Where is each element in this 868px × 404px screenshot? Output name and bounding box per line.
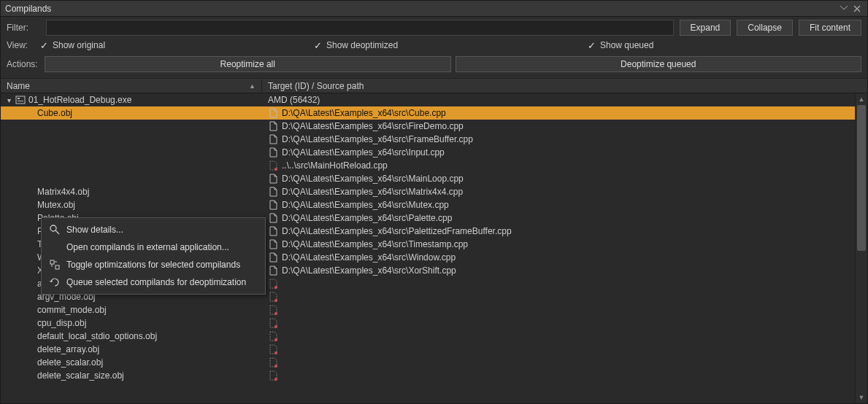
missing-file-icon (268, 344, 278, 354)
source-file-icon (268, 108, 278, 118)
missing-file-icon (268, 331, 278, 341)
table-row[interactable]: delete_array.obj (1, 343, 867, 356)
collapse-button[interactable]: Collapse (737, 20, 793, 36)
table-row[interactable]: delete_scalar_size.obj (1, 369, 867, 382)
blank-icon (49, 241, 61, 253)
scroll-down-icon[interactable]: ▼ (856, 392, 867, 403)
filter-input[interactable] (46, 20, 674, 36)
source-file-icon (268, 213, 278, 223)
table-row[interactable]: D:\QA\Latest\Examples_x64\src\FireDemo.c… (1, 120, 867, 133)
table-row[interactable]: ..\..\src\MainHotReload.cpp (1, 159, 867, 172)
grid-header: Name ▲ Target (ID) / Source path (1, 79, 867, 93)
grid-body[interactable]: ▾ 01_HotReload_Debug.exe AMD (56432) Cub… (1, 93, 867, 403)
source-file-icon (268, 174, 278, 184)
table-row[interactable]: D:\QA\Latest\Examples_x64\src\MainLoop.c… (1, 172, 867, 185)
tree-root-row[interactable]: ▾ 01_HotReload_Debug.exe AMD (56432) (1, 93, 867, 106)
source-file-icon (268, 187, 278, 197)
ctx-show-details[interactable]: Show details... (42, 221, 265, 238)
svg-point-9 (274, 351, 277, 354)
queue-icon (49, 276, 61, 288)
table-row[interactable]: Cube.objD:\QA\Latest\Examples_x64\src\Cu… (1, 106, 867, 120)
missing-file-icon (268, 370, 278, 381)
source-file-icon (268, 200, 278, 210)
exe-icon (15, 95, 26, 105)
missing-file-icon (268, 318, 278, 328)
table-row[interactable]: D:\QA\Latest\Examples_x64\src\Input.cpp (1, 146, 867, 159)
scroll-thumb[interactable] (857, 105, 866, 251)
svg-point-10 (274, 365, 277, 368)
table-row[interactable]: D:\QA\Latest\Examples_x64\src\FrameBuffe… (1, 133, 867, 146)
context-menu: Show details... Open compilands in exter… (41, 217, 266, 295)
source-file-icon (268, 134, 278, 144)
table-row[interactable]: Mutex.objD:\QA\Latest\Examples_x64\src\M… (1, 198, 867, 211)
svg-point-11 (274, 378, 277, 381)
table-row[interactable]: cpu_disp.obj (1, 316, 867, 330)
source-path: D:\QA\Latest\Examples_x64\src\FrameBuffe… (282, 134, 473, 144)
view-queued-check[interactable]: ✓ Show queued (588, 40, 861, 50)
table-row[interactable]: delete_scalar.obj (1, 356, 867, 369)
column-header-name[interactable]: Name ▲ (1, 79, 262, 93)
view-original-label: Show original (53, 40, 105, 50)
deoptimize-queued-button[interactable]: Deoptimize queued (456, 56, 862, 72)
compiland-name: delete_scalar_size.obj (37, 370, 124, 381)
svg-rect-13 (50, 260, 54, 264)
view-deopt-check[interactable]: ✓ Show deoptimized (314, 40, 588, 50)
compiland-name: delete_array.obj (37, 344, 99, 354)
vertical-scrollbar[interactable]: ▲ ▼ (855, 93, 867, 403)
ctx-open-external[interactable]: Open compilands in external application.… (42, 238, 265, 256)
scroll-up-icon[interactable]: ▲ (856, 93, 867, 105)
sort-asc-icon: ▲ (249, 82, 256, 90)
compilands-panel: Compilands Filter: Expand Collapse Fit c… (0, 0, 868, 404)
scroll-track[interactable] (856, 105, 867, 392)
expand-button[interactable]: Expand (680, 20, 731, 36)
missing-file-icon (268, 357, 278, 368)
ctx-queue-deopt[interactable]: Queue selected compilands for deoptimiza… (42, 273, 265, 291)
svg-point-7 (274, 325, 277, 328)
compiland-name: Matrix4x4.obj (37, 187, 89, 197)
compilands-grid: Name ▲ Target (ID) / Source path ▾ 01_Ho… (1, 78, 867, 403)
source-path: D:\QA\Latest\Examples_x64\src\Window.cpp (282, 252, 456, 263)
source-path: D:\QA\Latest\Examples_x64\src\Input.cpp (282, 147, 445, 158)
svg-rect-0 (16, 96, 25, 104)
check-icon: ✓ (588, 42, 596, 50)
source-file-icon (268, 226, 278, 236)
table-row[interactable]: default_local_stdio_options.obj (1, 330, 867, 343)
source-path: D:\QA\Latest\Examples_x64\src\XorShift.c… (282, 265, 456, 276)
compiland-name: commit_mode.obj (37, 305, 107, 315)
fit-content-button[interactable]: Fit content (799, 20, 861, 36)
source-path: D:\QA\Latest\Examples_x64\src\Palettized… (282, 226, 512, 236)
compiland-name: Mutex.obj (37, 200, 75, 210)
collapse-triangle-icon[interactable]: ▾ (5, 96, 12, 104)
missing-file-icon (268, 292, 278, 302)
missing-file-icon (268, 305, 278, 315)
source-file-icon (268, 147, 278, 158)
svg-point-8 (274, 338, 277, 341)
table-row[interactable]: Matrix4x4.objD:\QA\Latest\Examples_x64\s… (1, 185, 867, 198)
compiland-name: default_local_stdio_options.obj (37, 331, 157, 341)
source-path: D:\QA\Latest\Examples_x64\src\Mutex.cpp (282, 200, 449, 210)
view-queued-label: Show queued (600, 40, 653, 50)
svg-rect-1 (18, 98, 20, 99)
toggle-opt-icon (49, 259, 61, 271)
column-header-target[interactable]: Target (ID) / Source path (262, 79, 855, 93)
close-icon[interactable] (851, 4, 863, 14)
svg-rect-14 (55, 265, 59, 269)
source-path: D:\QA\Latest\Examples_x64\src\Palette.cp… (282, 213, 452, 223)
source-file-icon (268, 265, 278, 276)
svg-point-12 (50, 225, 56, 231)
source-file-icon (268, 121, 278, 131)
filter-row: Filter: Expand Collapse Fit content (1, 17, 867, 39)
check-icon: ✓ (314, 42, 322, 50)
view-original-check[interactable]: ✓ Show original (40, 40, 314, 50)
reoptimize-all-button[interactable]: Reoptimize all (45, 56, 451, 72)
actions-label: Actions: (7, 59, 40, 69)
view-deopt-label: Show deoptimized (326, 40, 398, 50)
check-icon: ✓ (40, 42, 48, 50)
missing-file-icon (268, 279, 278, 289)
ctx-toggle-optimizations[interactable]: Toggle optimizations for selected compil… (42, 256, 265, 273)
compiland-name: Cube.obj (37, 108, 72, 118)
table-row[interactable]: commit_mode.obj (1, 303, 867, 316)
window-menu-button[interactable] (838, 4, 850, 14)
root-target: AMD (56432) (268, 95, 320, 105)
svg-point-4 (274, 286, 277, 289)
